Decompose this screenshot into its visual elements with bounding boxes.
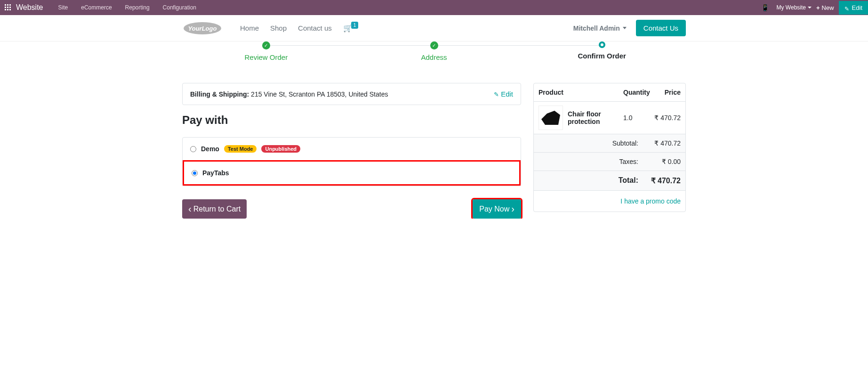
unpublished-badge: Unpublished — [261, 145, 300, 153]
menu-reporting[interactable]: Reporting — [119, 4, 156, 11]
promo-code-link[interactable]: I have a promo code — [534, 190, 685, 212]
header-quantity: Quantity — [623, 89, 653, 96]
summary-header: Product Quantity Price — [534, 83, 685, 102]
app-brand[interactable]: Website — [16, 3, 43, 12]
order-line-item: Chair floor protection 1.0 ₹ 470.72 — [534, 102, 685, 134]
menu-ecommerce[interactable]: eCommerce — [74, 4, 118, 11]
check-circle-icon: ✓ — [262, 41, 270, 49]
chevron-left-icon — [188, 204, 192, 214]
site-logo[interactable]: YourLogo — [182, 21, 223, 35]
checkout-wizard: ✓ Review Order ✓ Address Confirm Order — [182, 41, 686, 61]
plus-icon — [816, 4, 820, 11]
menu-site[interactable]: Site — [52, 4, 75, 11]
apps-icon[interactable] — [5, 4, 11, 11]
edit-button[interactable]: Edit — [839, 1, 868, 15]
cart-link[interactable]: 🛒1 — [338, 24, 366, 33]
current-step-icon — [599, 41, 605, 48]
wizard-step-confirm[interactable]: Confirm Order — [518, 41, 686, 60]
billing-address-box: Billing & Shipping: 215 Vine St, Scranto… — [182, 83, 521, 105]
radio-unchecked-icon[interactable] — [190, 146, 196, 152]
mobile-preview-icon[interactable]: 📱 — [758, 4, 772, 11]
header-product: Product — [538, 89, 623, 96]
top-bar: Website Site eCommerce Reporting Configu… — [0, 0, 868, 15]
svg-text:YourLogo: YourLogo — [188, 25, 217, 32]
product-name: Chair floor protection — [568, 110, 623, 125]
pay-with-title: Pay with — [182, 114, 521, 127]
total-row: Total: ₹ 470.72 — [534, 171, 685, 190]
contact-us-button[interactable]: Contact Us — [636, 20, 686, 36]
payment-option-demo[interactable]: Demo Test Mode Unpublished — [183, 138, 521, 160]
menu-configuration[interactable]: Configuration — [156, 4, 203, 11]
chevron-right-icon — [511, 204, 514, 214]
user-dropdown[interactable]: Mitchell Admin — [573, 24, 627, 32]
site-header: YourLogo Home Shop Contact us 🛒1 Mitchel… — [0, 15, 868, 41]
wizard-step-address[interactable]: ✓ Address — [350, 41, 518, 61]
billing-address-text: 215 Vine St, Scranton PA 18503, United S… — [249, 90, 388, 98]
cart-badge: 1 — [351, 22, 359, 29]
return-to-cart-button[interactable]: Return to Cart — [182, 199, 247, 219]
product-thumbnail — [538, 106, 563, 130]
taxes-row: Taxes: ₹ 0.00 — [534, 153, 685, 171]
billing-label: Billing & Shipping: — [190, 90, 249, 98]
pencil-icon — [844, 5, 850, 10]
subtotal-row: Subtotal: ₹ 470.72 — [534, 134, 685, 153]
caret-down-icon — [623, 27, 627, 29]
new-button[interactable]: New — [816, 4, 834, 11]
nav-home[interactable]: Home — [234, 24, 265, 32]
website-selector[interactable]: My Website — [777, 4, 812, 11]
pencil-icon — [494, 90, 499, 98]
pay-now-button[interactable]: Pay Now — [473, 199, 521, 219]
caret-down-icon — [808, 7, 812, 8]
payment-option-paytabs[interactable]: PayTabs — [183, 160, 521, 186]
edit-address-link[interactable]: Edit — [494, 90, 513, 98]
nav-contact[interactable]: Contact us — [292, 24, 338, 32]
header-price: Price — [653, 89, 681, 96]
test-mode-badge: Test Mode — [224, 145, 257, 153]
radio-checked-icon[interactable] — [192, 170, 198, 176]
wizard-step-review[interactable]: ✓ Review Order — [182, 41, 350, 61]
check-circle-icon: ✓ — [430, 41, 438, 49]
line-price: ₹ 470.72 — [653, 114, 681, 122]
order-summary: Product Quantity Price Chair floor prote… — [533, 83, 686, 212]
line-quantity: 1.0 — [623, 114, 653, 122]
payment-options: Demo Test Mode Unpublished PayTabs — [182, 137, 521, 186]
nav-shop[interactable]: Shop — [265, 24, 292, 32]
